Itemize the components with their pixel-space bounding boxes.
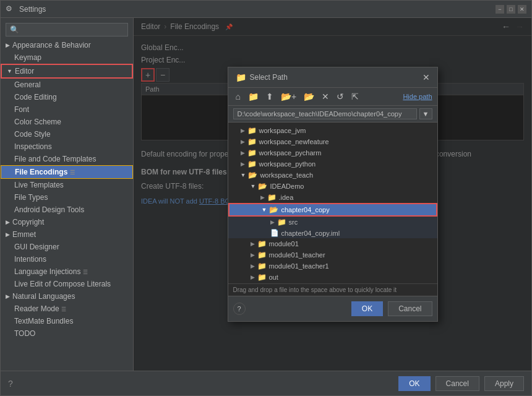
- dialog-title-bar: 📁 Select Path ✕: [228, 67, 437, 88]
- sidebar-item-language-injections[interactable]: Language Injections ☰: [1, 265, 133, 278]
- apply-button[interactable]: Apply: [484, 376, 524, 391]
- tree-item[interactable]: ▼ 📂 workspace_teach: [228, 170, 437, 181]
- sidebar-item-label: General: [14, 80, 41, 89]
- tree-item-chapter04-iml[interactable]: 📄 chapter04_copy.iml: [228, 228, 437, 238]
- cancel-button[interactable]: Cancel: [435, 376, 479, 391]
- sidebar-item-textmate-bundles[interactable]: TextMate Bundles: [1, 315, 133, 327]
- dialog-ok-button[interactable]: OK: [351, 301, 383, 316]
- sidebar-item-copyright[interactable]: ▶ Copyright: [1, 216, 133, 228]
- sidebar-item-inspections[interactable]: Inspections: [1, 140, 133, 153]
- expand-arrow: ▶: [6, 231, 10, 238]
- sidebar-item-reader-mode[interactable]: Reader Mode ☰: [1, 303, 133, 315]
- maximize-button[interactable]: □: [507, 5, 515, 14]
- tree-item-src[interactable]: ▶ 📁 src: [228, 217, 437, 228]
- sidebar-item-code-editing[interactable]: Code Editing: [1, 91, 133, 103]
- dialog-cancel-button[interactable]: Cancel: [388, 301, 432, 316]
- tree-item[interactable]: ▶ 📁 workspace_pycharm: [228, 147, 437, 158]
- sidebar: ▶ Appearance & Behavior Keymap ▼ Editor …: [1, 18, 134, 371]
- help-icon[interactable]: ?: [8, 379, 13, 389]
- tree-item[interactable]: ▶ 📁 workspace_jvm: [228, 125, 437, 136]
- path-input[interactable]: [233, 108, 417, 119]
- dialog-title-text: Select Path: [250, 73, 288, 82]
- folder-icon: 📁: [247, 148, 257, 157]
- toolbar-delete-button[interactable]: ✕: [319, 90, 332, 103]
- tree-item[interactable]: ▶ 📁 module01: [228, 238, 437, 249]
- sidebar-item-general[interactable]: General: [1, 79, 133, 91]
- toolbar-folder-button[interactable]: 📁: [246, 90, 261, 103]
- sidebar-item-label: Code Editing: [14, 93, 57, 101]
- sidebar-item-color-scheme[interactable]: Color Scheme: [1, 116, 133, 128]
- tree-item-label: .idea: [279, 194, 294, 201]
- folder-icon: 📁: [277, 218, 286, 226]
- dialog-folder-icon: 📁: [236, 72, 246, 82]
- toolbar-expand-button[interactable]: ⇱: [349, 90, 361, 103]
- path-dropdown-button[interactable]: ▼: [419, 108, 432, 119]
- sidebar-item-label: Emmet: [12, 230, 36, 239]
- tree-item[interactable]: ▼ 📂 IDEADemo: [228, 181, 437, 192]
- sidebar-item-editor[interactable]: ▼ Editor: [1, 64, 133, 79]
- sidebar-item-gui-designer[interactable]: GUI Designer: [1, 241, 133, 253]
- folder-icon: 📁: [247, 137, 257, 146]
- sidebar-item-appearance-behavior[interactable]: ▶ Appearance & Behavior: [1, 39, 133, 51]
- tree-arrow: ▼: [241, 172, 246, 178]
- window-title: Settings: [19, 5, 496, 14]
- sidebar-item-live-edit-compose[interactable]: Live Edit of Compose Literals: [1, 278, 133, 290]
- sidebar-item-label: Live Templates: [14, 181, 64, 189]
- sidebar-item-font[interactable]: Font: [1, 103, 133, 116]
- drag-hint-text: Drag and drop a file into the space abov…: [233, 286, 397, 293]
- sidebar-item-android-design-tools[interactable]: Android Design Tools: [1, 204, 133, 216]
- tree-item-label: chapter04_copy: [281, 206, 329, 213]
- tree-arrow: ▶: [241, 127, 245, 134]
- sidebar-item-label: Copyright: [12, 218, 44, 226]
- sidebar-item-file-types[interactable]: File Types: [1, 191, 133, 204]
- tree-arrow: ▶: [251, 241, 255, 247]
- toolbar-open-button[interactable]: 📂: [301, 90, 317, 103]
- dialog-close-button[interactable]: ✕: [423, 72, 430, 82]
- tree-item-label: IDEADemo: [270, 183, 304, 190]
- sidebar-item-intentions[interactable]: Intentions: [1, 253, 133, 265]
- sidebar-item-label: Reader Mode: [14, 304, 59, 313]
- tree-item[interactable]: ▶ 📁 out: [228, 272, 437, 283]
- sidebar-item-label: File Encodings: [15, 168, 67, 176]
- tree-item[interactable]: ▶ 📁 workspace_newfeature: [228, 136, 437, 147]
- toolbar-home-button[interactable]: ⌂: [233, 90, 243, 103]
- search-input[interactable]: [6, 23, 128, 37]
- tree-arrow: ▶: [270, 219, 275, 225]
- dialog-help-button[interactable]: ?: [233, 303, 246, 315]
- expand-arrow: ▼: [7, 68, 12, 74]
- sidebar-item-natural-languages[interactable]: ▶ Natural Languages: [1, 290, 133, 303]
- dialog-title-left: 📁 Select Path: [236, 72, 288, 82]
- sidebar-item-label: Appearance & Behavior: [12, 41, 91, 50]
- tree-item-chapter04-copy[interactable]: ▼ 📂 chapter04_copy: [228, 203, 437, 217]
- tree-item-label: module01_teacher1: [269, 262, 329, 270]
- sidebar-item-file-encodings[interactable]: File Encodings ☰: [1, 165, 133, 179]
- sidebar-item-label: Editor: [15, 67, 34, 75]
- settings-window: ⚙ Settings − □ ✕ ▶ Appearance & Behavior…: [0, 0, 532, 396]
- toolbar-refresh-button[interactable]: ↺: [334, 90, 346, 103]
- tree-item[interactable]: ▶ 📁 workspace_python: [228, 158, 437, 170]
- bottom-bar: ? OK Cancel Apply: [1, 371, 531, 395]
- close-button[interactable]: ✕: [518, 5, 526, 14]
- scroll-indicator: ☰: [70, 170, 75, 176]
- sidebar-item-file-code-templates[interactable]: File and Code Templates: [1, 153, 133, 165]
- minimize-button[interactable]: −: [496, 5, 504, 14]
- folder-icon: 📁: [247, 160, 257, 168]
- sidebar-item-todo[interactable]: TODO: [1, 327, 133, 340]
- sidebar-item-label: Font: [14, 105, 29, 114]
- sidebar-item-keymap[interactable]: Keymap: [1, 51, 133, 64]
- dialog-tree[interactable]: ▶ 📁 workspace_jvm ▶ 📁 workspace_newfeatu…: [228, 123, 437, 283]
- sidebar-item-emmet[interactable]: ▶ Emmet: [1, 228, 133, 241]
- tree-item[interactable]: ▶ 📁 module01_teacher1: [228, 260, 437, 272]
- tree-item[interactable]: ▶ 📁 module01_teacher: [228, 249, 437, 260]
- toolbar-new-folder-button[interactable]: 📂+: [278, 90, 299, 103]
- tree-item-label: workspace_jvm: [259, 127, 306, 134]
- ok-button[interactable]: OK: [398, 376, 430, 391]
- toolbar-folder-up-button[interactable]: ⬆: [264, 90, 276, 103]
- sidebar-item-live-templates[interactable]: Live Templates: [1, 179, 133, 191]
- folder-icon: 📁: [257, 239, 267, 248]
- sidebar-item-code-style[interactable]: Code Style: [1, 128, 133, 140]
- tree-item-label: workspace_python: [259, 160, 316, 168]
- tree-arrow: ▶: [241, 161, 245, 167]
- hide-path-button[interactable]: Hide path: [403, 93, 432, 100]
- tree-item[interactable]: ▶ 📁 .idea: [228, 192, 437, 203]
